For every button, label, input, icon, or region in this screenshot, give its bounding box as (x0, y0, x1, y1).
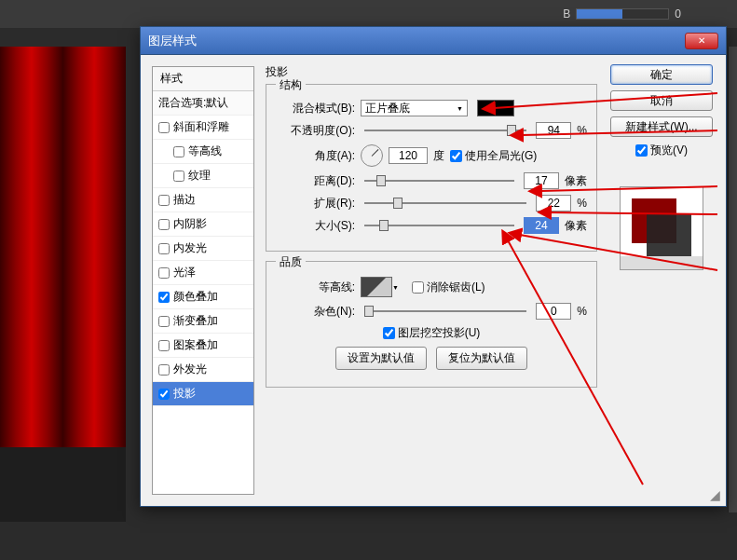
style-label: 投影 (173, 386, 196, 402)
style-label: 内阴影 (173, 216, 207, 232)
style-checkbox[interactable] (158, 195, 170, 206)
use-global-light-checkbox[interactable]: 使用全局光(G) (450, 148, 537, 164)
new-style-button[interactable]: 新建样式(W)... (610, 116, 713, 137)
style-label: 内发光 (173, 240, 207, 256)
style-row-11[interactable]: 投影 (153, 382, 253, 406)
size-unit: 像素 (565, 218, 587, 234)
angle-unit: 度 (433, 148, 444, 164)
distance-slider[interactable] (364, 180, 514, 182)
reset-default-button[interactable]: 复位为默认值 (436, 347, 527, 370)
chevron-down-icon[interactable]: ▼ (392, 284, 399, 291)
quality-legend: 品质 (276, 254, 306, 270)
structure-fieldset: 结构 混合模式(B): 正片叠底 ▼ 不透明度(O): % 角度( (266, 84, 597, 252)
angle-dial[interactable] (361, 144, 383, 167)
styles-header: 样式 (153, 67, 253, 91)
preview-checkbox[interactable] (635, 143, 648, 158)
distance-unit: 像素 (565, 173, 587, 189)
style-label: 图案叠加 (173, 337, 218, 353)
style-label: 颜色叠加 (173, 289, 218, 305)
style-row-1[interactable]: 等高线 (153, 140, 253, 164)
distance-input[interactable] (524, 172, 559, 189)
structure-legend: 结构 (276, 77, 306, 93)
style-label: 光泽 (173, 265, 196, 280)
opacity-input[interactable] (536, 122, 571, 139)
noise-input[interactable] (536, 303, 571, 320)
style-checkbox[interactable] (173, 171, 184, 182)
opacity-label: 不透明度(O): (276, 123, 355, 139)
style-row-0[interactable]: 斜面和浮雕 (153, 116, 253, 140)
style-label: 渐变叠加 (173, 313, 218, 329)
angle-input[interactable] (389, 147, 428, 164)
distance-label: 距离(D): (276, 173, 355, 189)
style-row-2[interactable]: 纹理 (153, 164, 253, 188)
opacity-unit: % (577, 124, 587, 137)
noise-label: 杂色(N): (276, 304, 355, 320)
b-slider-track[interactable] (576, 8, 669, 20)
contour-picker[interactable] (361, 277, 392, 297)
style-row-3[interactable]: 描边 (153, 188, 253, 212)
style-label: 描边 (173, 192, 196, 208)
style-label: 斜面和浮雕 (173, 119, 229, 135)
ok-button[interactable]: 确定 (610, 64, 713, 85)
style-checkbox[interactable] (158, 267, 170, 279)
style-checkbox[interactable] (158, 292, 170, 303)
size-slider[interactable] (364, 225, 514, 226)
knockout-checkbox[interactable]: 图层挖空投影(U) (383, 325, 481, 341)
style-checkbox[interactable] (158, 243, 170, 254)
resize-grip-icon[interactable]: ◢ (710, 487, 720, 502)
spread-label: 扩展(R): (276, 196, 355, 212)
opacity-slider[interactable] (364, 130, 526, 131)
style-checkbox[interactable] (158, 389, 170, 400)
make-default-button[interactable]: 设置为默认值 (335, 347, 427, 370)
size-label: 大小(S): (276, 218, 355, 234)
canvas-dark (0, 447, 126, 522)
style-checkbox[interactable] (158, 316, 170, 327)
style-checkbox[interactable] (173, 146, 184, 157)
spread-slider[interactable] (364, 202, 526, 204)
style-row-4[interactable]: 内阴影 (153, 212, 253, 237)
preview-label: 预览(V) (650, 143, 688, 158)
size-input[interactable] (524, 217, 559, 234)
b-label: B (563, 7, 570, 20)
style-checkbox[interactable] (158, 364, 170, 376)
style-label: 等高线 (188, 143, 222, 159)
style-row-6[interactable]: 光泽 (153, 261, 253, 285)
spread-input[interactable] (536, 195, 571, 212)
canvas-preview (0, 47, 126, 447)
style-checkbox[interactable] (158, 219, 170, 230)
quality-fieldset: 品质 等高线: ▼ 消除锯齿(L) 杂色(N): % (266, 261, 597, 388)
blending-options-default[interactable]: 混合选项:默认 (153, 91, 253, 116)
style-row-5[interactable]: 内发光 (153, 237, 253, 261)
noise-slider[interactable] (364, 310, 526, 312)
style-label: 外发光 (173, 362, 207, 377)
shadow-title: 投影 (266, 64, 597, 80)
center-panel: 投影 结构 混合模式(B): 正片叠底 ▼ 不透明度(O): % (262, 55, 605, 506)
style-row-7[interactable]: 颜色叠加 (153, 285, 253, 309)
style-row-9[interactable]: 图案叠加 (153, 334, 253, 358)
angle-label: 角度(A): (276, 148, 355, 164)
b-value: 0 (675, 7, 681, 20)
cancel-button[interactable]: 取消 (610, 90, 713, 111)
contour-label: 等高线: (276, 280, 355, 295)
chevron-down-icon: ▼ (457, 105, 463, 112)
shadow-color-swatch[interactable] (477, 100, 514, 116)
style-checkbox[interactable] (158, 340, 170, 351)
spread-unit: % (577, 197, 587, 210)
close-button[interactable] (685, 33, 718, 49)
antialias-checkbox[interactable]: 消除锯齿(L) (412, 280, 485, 295)
style-row-10[interactable]: 外发光 (153, 358, 253, 382)
styles-list: 样式 混合选项:默认 斜面和浮雕等高线纹理描边内阴影内发光光泽颜色叠加渐变叠加图… (152, 66, 254, 495)
style-row-8[interactable]: 渐变叠加 (153, 309, 253, 334)
top-b-slider[interactable]: B 0 (563, 7, 681, 20)
right-panel: 确定 取消 新建样式(W)... 预览(V) (605, 55, 726, 506)
layer-style-dialog: 图层样式 样式 混合选项:默认 斜面和浮雕等高线纹理描边内阴影内发光光泽颜色叠加… (140, 26, 727, 507)
noise-unit: % (577, 305, 587, 318)
dialog-titlebar[interactable]: 图层样式 (141, 27, 726, 55)
right-panel-bg (728, 47, 737, 512)
preview-thumbnail (620, 186, 703, 270)
dialog-title: 图层样式 (148, 33, 685, 49)
blend-mode-label: 混合模式(B): (276, 101, 355, 116)
style-checkbox[interactable] (158, 122, 170, 133)
blend-mode-select[interactable]: 正片叠底 ▼ (361, 100, 468, 116)
style-label: 纹理 (188, 168, 211, 184)
